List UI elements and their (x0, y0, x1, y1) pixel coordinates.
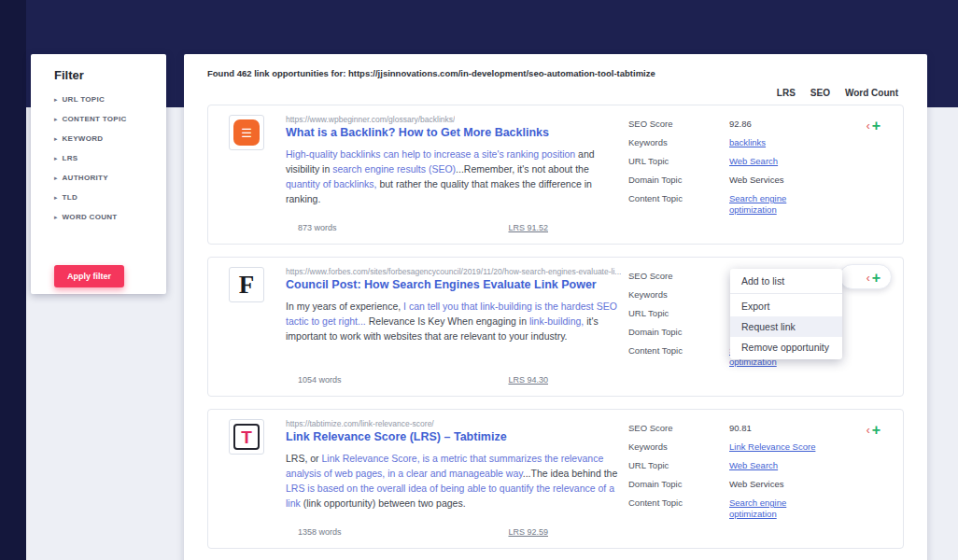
apply-filter-button[interactable]: Apply filter (54, 265, 124, 287)
field-value[interactable]: Search engine optimization (729, 193, 818, 216)
add-opportunity-button[interactable]: ‹ + (866, 119, 881, 133)
filter-item-label: AUTHORITY (63, 174, 108, 182)
filter-item-label: URL TOPIC (63, 95, 106, 104)
context-menu: Add to listExportRequest linkRemove oppo… (730, 269, 842, 359)
result-card: T https://tabtimize.com/link-relevance-s… (207, 409, 904, 549)
result-url: https://www.wpbeginner.com/glossary/back… (286, 115, 455, 124)
add-opportunity-button[interactable]: ‹ + (866, 271, 881, 286)
field-row-content-topic: Content TopicSearch engine optimization (628, 193, 881, 216)
forbes-icon: F (229, 267, 264, 302)
result-title-link[interactable]: Council Post: How Search Engines Evaluat… (286, 278, 597, 291)
field-value[interactable]: Web Search (729, 156, 818, 167)
caret-right-icon: ▸ (54, 135, 58, 142)
results-list: ☰ https://www.wpbeginner.com/glossary/ba… (207, 105, 904, 549)
field-value[interactable]: Search engine optimization (729, 497, 818, 520)
result-card: F https://www.forbes.com/sites/forbesage… (207, 257, 904, 397)
field-label: SEO Score (628, 423, 729, 434)
result-fields: SEO Score90.81KeywordsLink Relevance Sco… (628, 423, 881, 527)
filter-item-label: LRS (63, 154, 78, 162)
caret-right-icon: ▸ (54, 155, 58, 161)
menu-item-remove-opportunity[interactable]: Remove opportunity (730, 337, 842, 357)
filter-item-word-count[interactable]: ▸ WORD COUNT (31, 207, 166, 227)
result-title-link[interactable]: Link Relevance Score (LRS) – Tabtimize (286, 430, 507, 443)
plus-icon: + (872, 271, 881, 286)
field-row-keywords: Keywordsbacklinks (628, 137, 881, 148)
field-value[interactable]: Link Relevance Score (729, 441, 818, 453)
sort-option-lrs[interactable]: LRS (777, 88, 796, 98)
favicon-letter: T (233, 424, 260, 450)
result-title-link[interactable]: What is a Backlink? How to Get More Back… (286, 126, 549, 139)
field-label: Keywords (628, 137, 729, 148)
sort-option-word-count[interactable]: Word Count (845, 88, 898, 98)
field-label: URL Topic (628, 308, 729, 319)
results-panel: Found 462 link opportunities for: https:… (184, 54, 927, 560)
result-url: https://www.forbes.com/sites/forbesagenc… (286, 267, 621, 276)
tabtimize-icon: T (229, 419, 264, 455)
field-row-domain-topic: Domain TopicWeb Services (628, 479, 881, 490)
add-opportunity-button[interactable]: ‹ + (866, 423, 881, 438)
field-value: Web Services (729, 479, 818, 490)
field-value[interactable]: Web Search (729, 460, 818, 471)
field-value: 92.86 (729, 119, 818, 130)
menu-item-request-link[interactable]: Request link (730, 316, 842, 337)
field-label: Content Topic (628, 497, 729, 520)
field-row-domain-topic: Domain TopicWeb Services (628, 175, 881, 186)
lrs-value[interactable]: LRS 92.59 (508, 527, 548, 537)
plus-icon: + (872, 423, 881, 438)
caret-right-icon: ▸ (54, 116, 58, 122)
filter-item-label: TLD (63, 193, 77, 202)
field-value[interactable]: backlinks (729, 137, 818, 148)
word-count: 1358 words (298, 527, 342, 537)
result-meta-row: 1358 words LRS 92.59 (298, 527, 548, 537)
result-description: In my years of experience, I can tell yo… (286, 299, 624, 343)
plus-icon: + (872, 119, 881, 133)
filter-item-label: CONTENT TOPIC (63, 115, 127, 123)
result-card: ☰ https://www.wpbeginner.com/glossary/ba… (207, 105, 904, 245)
sort-option-seo[interactable]: SEO (810, 88, 830, 98)
field-value: 90.81 (729, 423, 818, 434)
filter-item-content-topic[interactable]: ▸ CONTENT TOPIC (31, 109, 166, 129)
field-row-seo-score: SEO Score90.81 (628, 423, 881, 434)
filter-item-label: WORD COUNT (63, 213, 118, 221)
field-row-seo-score: SEO Score92.86 (628, 119, 881, 130)
filter-item-url-topic[interactable]: ▸ URL TOPIC (31, 90, 166, 109)
left-navigation-strip (0, 0, 26, 560)
lrs-value[interactable]: LRS 94.30 (508, 375, 548, 385)
caret-right-icon: ▸ (54, 175, 58, 181)
field-label: SEO Score (628, 271, 729, 282)
result-meta-row: 1054 words LRS 94.30 (298, 375, 548, 385)
field-label: Content Topic (628, 345, 729, 368)
caret-right-icon: ▸ (54, 214, 58, 220)
wpbeginner-icon: ☰ (229, 115, 264, 150)
filter-item-list: ▸ URL TOPIC ▸ CONTENT TOPIC ▸ KEYWORD ▸ … (31, 90, 166, 227)
menu-divider (730, 293, 842, 294)
field-row-keywords: KeywordsLink Relevance Score (628, 441, 881, 453)
field-label: Domain Topic (628, 175, 729, 186)
menu-item-add-to-list[interactable]: Add to list (730, 271, 842, 291)
filter-item-authority[interactable]: ▸ AUTHORITY (31, 168, 166, 188)
results-summary: Found 462 link opportunities for: https:… (207, 68, 655, 78)
field-label: URL Topic (628, 156, 729, 167)
caret-right-icon: ▸ (54, 96, 58, 103)
filter-item-label: KEYWORD (63, 134, 104, 143)
filter-item-lrs[interactable]: ▸ LRS (31, 148, 166, 168)
collapse-arrow-icon: ‹ (866, 425, 870, 436)
wpbeginner-logo: ☰ (233, 119, 260, 146)
filter-item-keyword[interactable]: ▸ KEYWORD (31, 129, 166, 148)
field-label: Domain Topic (628, 479, 729, 490)
field-row-url-topic: URL TopicWeb Search (628, 460, 881, 471)
collapse-arrow-icon: ‹ (866, 273, 870, 284)
menu-item-export[interactable]: Export (730, 296, 842, 316)
filter-item-tld[interactable]: ▸ TLD (31, 188, 166, 207)
app-root: { "colors": { "navy_band": "#1d2150", "n… (0, 0, 958, 560)
result-meta-row: 873 words LRS 91.52 (298, 223, 548, 232)
field-row-url-topic: URL TopicWeb Search (628, 156, 881, 167)
result-description: LRS, or Link Relevance Score, is a metri… (286, 451, 624, 511)
field-label: Keywords (628, 289, 729, 301)
lrs-value[interactable]: LRS 91.52 (508, 223, 548, 232)
sort-options: LRSSEOWord Count (777, 88, 898, 98)
caret-right-icon: ▸ (54, 194, 58, 201)
field-label: URL Topic (628, 460, 729, 471)
collapse-arrow-icon: ‹ (866, 120, 870, 132)
field-label: Domain Topic (628, 327, 729, 338)
